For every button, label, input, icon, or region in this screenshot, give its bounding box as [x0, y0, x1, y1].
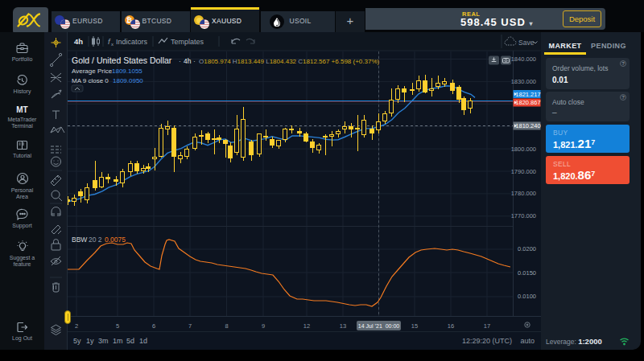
svg-text:0.0150: 0.0150 [518, 269, 536, 277]
svg-text:1800.000: 1800.000 [511, 146, 536, 153]
svg-text:x: x [111, 42, 114, 47]
svg-text:1780.000: 1780.000 [511, 190, 536, 197]
svg-text:·: · [193, 57, 196, 65]
svg-text:Gold / United States Dollar: Gold / United States Dollar [72, 55, 172, 65]
svg-text:1821.217: 1821.217 [515, 91, 540, 98]
svg-text:13: 13 [340, 322, 346, 330]
svg-text:1790.000: 1790.000 [511, 168, 536, 175]
svg-text:1840.000: 1840.000 [511, 55, 536, 63]
svg-text:4h: 4h [184, 57, 192, 65]
svg-text:0.0075: 0.0075 [105, 236, 126, 244]
svg-text:17: 17 [484, 322, 490, 330]
svg-text:Templates: Templates [171, 38, 204, 46]
svg-text:9: 9 [262, 322, 265, 330]
svg-text:4h: 4h [74, 37, 83, 46]
svg-text:16: 16 [448, 322, 454, 330]
svg-text:1820.867: 1820.867 [515, 99, 540, 106]
svg-text:Indicators: Indicators [116, 38, 148, 46]
svg-text:0.0100: 0.0100 [518, 293, 536, 300]
svg-text:2: 2 [75, 322, 78, 330]
svg-text:Save: Save [518, 39, 535, 47]
svg-text:5: 5 [116, 322, 119, 330]
svg-text:MA 9 close 0: MA 9 close 0 [72, 77, 109, 84]
svg-text:8: 8 [225, 322, 228, 330]
svg-text:1810.240: 1810.240 [515, 122, 540, 129]
svg-text:1830.000: 1830.000 [511, 78, 536, 85]
svg-text:1770.000: 1770.000 [511, 212, 536, 219]
svg-text:20 2: 20 2 [89, 236, 102, 244]
svg-text:O1805.974 H1813.449 L1804.432: O1805.974 H1813.449 L1804.432 C1812.567 … [199, 58, 380, 65]
svg-text:·: · [179, 57, 181, 65]
svg-text:BBW: BBW [72, 236, 87, 244]
svg-text:1809.0950: 1809.0950 [113, 77, 143, 84]
svg-text:12: 12 [303, 322, 310, 330]
svg-text:15: 15 [411, 322, 418, 330]
svg-text:1809.1055: 1809.1055 [112, 68, 142, 75]
svg-text:7: 7 [188, 322, 192, 330]
svg-text:0.0200: 0.0200 [518, 245, 536, 252]
svg-text:6: 6 [152, 322, 155, 330]
svg-text:Average Price: Average Price [72, 68, 113, 75]
svg-text:14 Jul ’21 00:00: 14 Jul ’21 00:00 [358, 323, 399, 329]
